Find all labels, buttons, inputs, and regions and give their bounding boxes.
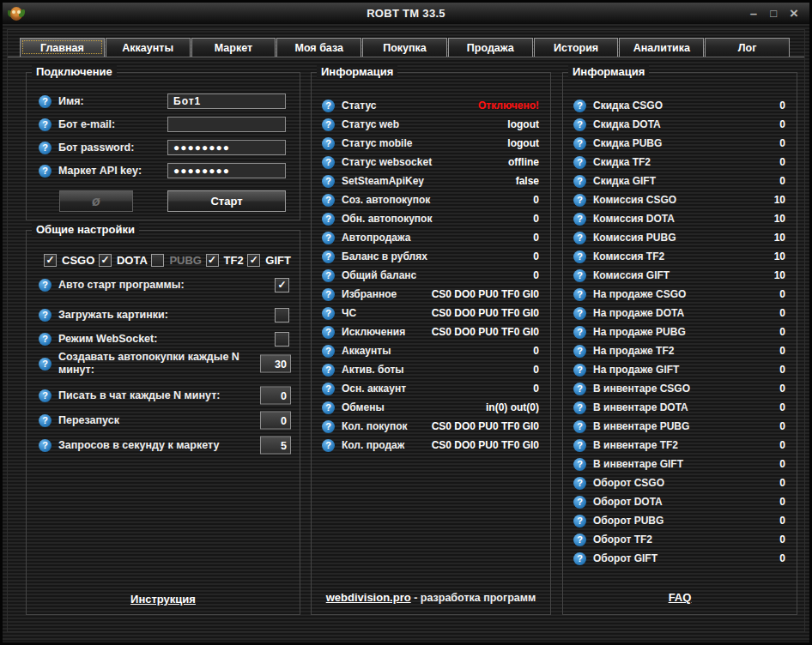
- help-icon[interactable]: ?: [322, 175, 335, 188]
- show-password-button[interactable]: ø: [59, 190, 133, 212]
- help-icon[interactable]: ?: [322, 345, 335, 358]
- eye-off-icon: ø: [92, 194, 100, 209]
- help-icon[interactable]: ?: [322, 364, 335, 377]
- help-icon[interactable]: ?: [573, 288, 586, 301]
- help-icon[interactable]: ?: [573, 175, 586, 188]
- webdivision-link[interactable]: webdivision.pro: [326, 591, 411, 604]
- help-icon[interactable]: ?: [573, 364, 586, 377]
- help-icon[interactable]: ?: [322, 383, 335, 395]
- number-field[interactable]: [260, 437, 291, 455]
- help-icon[interactable]: ?: [322, 288, 335, 301]
- help-icon[interactable]: ?: [322, 420, 335, 433]
- checkbox-icon[interactable]: [44, 254, 57, 267]
- help-icon[interactable]: ?: [39, 389, 52, 402]
- help-icon[interactable]: ?: [39, 414, 52, 427]
- text-field[interactable]: [167, 140, 286, 155]
- tab[interactable]: Лог: [705, 38, 790, 57]
- game-checkbox[interactable]: TF2: [206, 254, 244, 267]
- game-checkbox[interactable]: GIFT: [247, 254, 291, 267]
- help-icon[interactable]: ?: [573, 194, 586, 207]
- tab[interactable]: Аналитика: [619, 38, 704, 57]
- help-icon[interactable]: ?: [573, 307, 586, 320]
- help-icon[interactable]: ?: [573, 345, 586, 358]
- help-icon[interactable]: ?: [573, 401, 586, 414]
- help-icon[interactable]: ?: [573, 496, 586, 509]
- help-icon[interactable]: ?: [322, 307, 335, 320]
- help-icon[interactable]: ?: [573, 515, 586, 527]
- help-icon[interactable]: ?: [39, 309, 52, 322]
- help-icon[interactable]: ?: [322, 156, 335, 169]
- tab[interactable]: Покупка: [362, 38, 447, 57]
- help-icon[interactable]: ?: [39, 333, 52, 346]
- number-field[interactable]: [260, 412, 291, 430]
- help-icon[interactable]: ?: [573, 232, 586, 244]
- help-icon[interactable]: ?: [39, 279, 52, 292]
- help-icon[interactable]: ?: [39, 165, 52, 178]
- text-field[interactable]: [167, 117, 286, 132]
- help-icon[interactable]: ?: [322, 401, 335, 414]
- help-icon[interactable]: ?: [573, 250, 586, 263]
- help-icon[interactable]: ?: [573, 477, 586, 490]
- help-icon[interactable]: ?: [322, 269, 335, 282]
- help-icon[interactable]: ?: [573, 439, 586, 452]
- help-icon[interactable]: ?: [39, 118, 52, 131]
- help-icon[interactable]: ?: [573, 137, 586, 150]
- checkbox-icon[interactable]: [275, 332, 289, 347]
- number-field[interactable]: [260, 355, 291, 373]
- help-icon[interactable]: ?: [573, 269, 586, 282]
- help-icon[interactable]: ?: [322, 118, 335, 131]
- tab[interactable]: Главная: [20, 38, 105, 57]
- help-icon[interactable]: ?: [39, 95, 52, 108]
- help-icon[interactable]: ?: [322, 232, 335, 244]
- tab[interactable]: Маркет: [191, 38, 276, 57]
- game-checkbox[interactable]: CSGO: [44, 254, 94, 267]
- tab[interactable]: Моя база: [276, 38, 361, 57]
- help-icon[interactable]: ?: [322, 99, 335, 112]
- start-button[interactable]: Старт: [167, 190, 286, 212]
- help-icon[interactable]: ?: [322, 326, 335, 339]
- help-icon[interactable]: ?: [322, 194, 335, 207]
- instruction-link[interactable]: Инструкция: [130, 593, 196, 606]
- app-window: ROBT TM 33.5 – □ × Главная Аккаунты Марк…: [0, 0, 812, 645]
- help-icon[interactable]: ?: [39, 142, 52, 154]
- faq-link[interactable]: FAQ: [669, 591, 692, 604]
- info-row: ? Статус web logout: [322, 115, 539, 134]
- help-icon[interactable]: ?: [573, 420, 586, 433]
- text-field[interactable]: [167, 163, 286, 178]
- game-checkbox[interactable]: DOTA: [99, 254, 148, 267]
- maximize-icon[interactable]: □: [770, 8, 777, 20]
- help-icon[interactable]: ?: [573, 326, 586, 339]
- checkbox-icon[interactable]: [206, 254, 219, 267]
- help-icon[interactable]: ?: [573, 156, 586, 169]
- checkbox-icon[interactable]: [99, 254, 112, 267]
- minimize-icon[interactable]: –: [750, 8, 757, 20]
- close-icon[interactable]: ×: [790, 8, 798, 20]
- number-field[interactable]: [260, 387, 291, 405]
- info-value: 10: [774, 232, 785, 244]
- help-icon[interactable]: ?: [573, 458, 586, 471]
- help-icon[interactable]: ?: [573, 552, 586, 565]
- info-label: Скидка DOTA: [593, 118, 661, 130]
- checkbox-icon[interactable]: [275, 278, 289, 292]
- text-field[interactable]: [167, 93, 286, 109]
- checkbox-icon[interactable]: [151, 254, 164, 267]
- help-icon[interactable]: ?: [573, 383, 586, 395]
- game-checkboxes: CSGO DOTA PUBG TF2 GIFT: [44, 254, 291, 267]
- tab[interactable]: Продажа: [448, 38, 533, 57]
- help-icon[interactable]: ?: [573, 118, 586, 131]
- help-icon[interactable]: ?: [573, 533, 586, 546]
- checkbox-icon[interactable]: [275, 308, 289, 322]
- help-icon[interactable]: ?: [573, 213, 586, 226]
- tab[interactable]: История: [534, 38, 619, 57]
- game-checkbox[interactable]: PUBG: [151, 254, 202, 267]
- tab[interactable]: Аккаунты: [106, 38, 191, 57]
- checkbox-icon[interactable]: [247, 254, 260, 267]
- help-icon[interactable]: ?: [39, 358, 52, 371]
- info-value: 0: [779, 477, 785, 489]
- help-icon[interactable]: ?: [322, 439, 335, 452]
- help-icon[interactable]: ?: [322, 250, 335, 263]
- help-icon[interactable]: ?: [573, 99, 586, 112]
- help-icon[interactable]: ?: [322, 137, 335, 150]
- help-icon[interactable]: ?: [322, 213, 335, 226]
- help-icon[interactable]: ?: [39, 439, 52, 452]
